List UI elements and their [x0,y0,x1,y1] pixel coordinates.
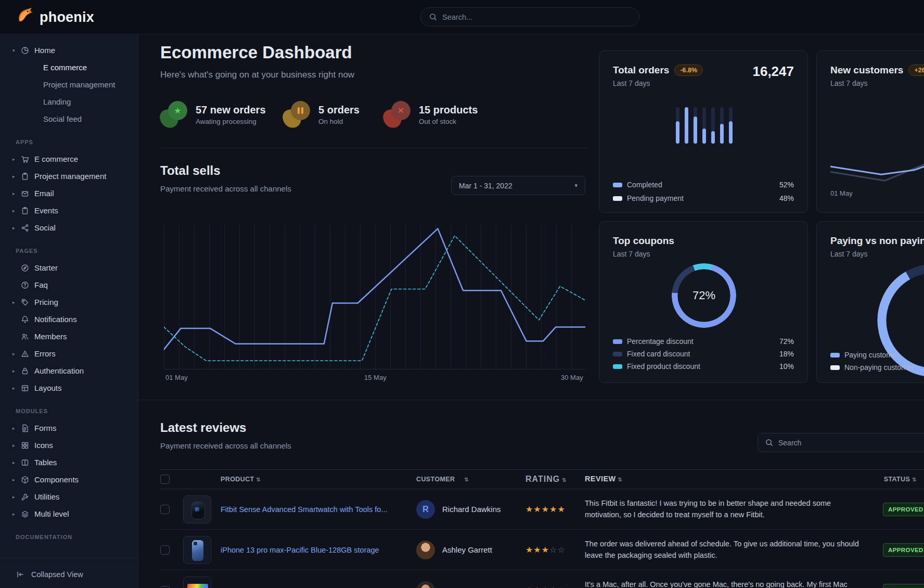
sidebar-item-email[interactable]: ▸ Email [0,185,138,202]
col-status[interactable]: STATUS⇅ [879,476,924,483]
col-review[interactable]: REVIEW⇅ [585,474,879,485]
legend-label: Paying customer [844,351,899,359]
stat-value: 15 products [419,104,478,116]
legend-label: Fixed product discount [627,362,700,370]
spark-x-label: 01 May [830,189,853,197]
sidebar-subitem-landing[interactable]: Landing [0,93,138,110]
legend-value: 48% [779,194,794,202]
total-sells-subtitle: Payment received across all channels [160,184,291,193]
sidebar-item-layouts[interactable]: ▸ Layouts [0,379,138,397]
sidebar-item-members[interactable]: Members [0,328,138,345]
navbar-search[interactable] [420,7,639,27]
sidebar-item-social[interactable]: ▸ Social [0,219,138,236]
sidebar-item-forms[interactable]: ▸ Forms [0,419,138,437]
sidebar-section-label: MODULES [16,408,138,416]
page-subtitle: Here's what's going on at your business … [160,70,354,80]
caret-icon: ▸ [12,225,21,231]
reviews-table: PRODUCT⇅CUSTOMER⇅RATING⇅REVIEW⇅STATUS⇅ F… [160,469,924,588]
card-title: New customers [830,65,903,76]
legend-value: 52% [779,181,794,189]
sidebar-item-icons[interactable]: ▸ Icons [0,437,138,454]
product-thumbnail[interactable] [183,577,211,588]
legend-value: 18% [779,350,794,358]
product-thumbnail[interactable] [183,536,211,564]
order-bar [676,107,679,144]
brand[interactable]: phoenix [16,7,94,28]
customer-cell[interactable] [416,581,525,588]
col-customer[interactable]: CUSTOMER⇅ [416,476,525,483]
order-bar [685,107,688,144]
date-range-value: Mar 1 - 31, 2022 [459,182,512,190]
stat-caption: Awating processing [196,118,266,125]
collapse-view-button[interactable]: Collapsed View [0,564,138,585]
status-badge: APPROVED ✓ [883,543,924,557]
customer-name: Richard Dawkins [442,505,501,514]
bell-icon [21,315,34,324]
sidebar-item-starter[interactable]: Starter [0,259,138,276]
sort-icon: ⇅ [465,477,469,482]
product-thumbnail[interactable] [183,495,211,523]
caret-icon: ▸ [12,351,21,356]
row-checkbox[interactable] [160,545,170,555]
card-title: Top coupons [613,235,674,247]
sidebar-item-e-commerce[interactable]: ▸ E commerce [0,150,138,168]
reviews-search[interactable] [758,433,924,452]
row-checkbox[interactable] [160,505,170,514]
sidebar-item-authentication[interactable]: ▸ Authentication [0,362,138,379]
customer-name: Ashley Garrett [442,545,492,554]
wrench-icon [21,493,34,501]
new-customers-sparkline [830,149,924,193]
legend-row: Completed 52% [613,181,794,189]
sidebar-item-home[interactable]: ▾ Home [0,42,138,59]
caret-icon: ▾ [12,48,21,53]
review-text: This Fitbit is fantastic! I was trying t… [585,498,879,521]
status-badge: APPROVED ✓ [883,584,924,588]
sidebar-item-utilities[interactable]: ▸ Utilities [0,488,138,505]
sidebar-item-errors[interactable]: ▸ Errors [0,345,138,362]
sidebar-item-notifications[interactable]: Notifications [0,311,138,328]
sidebar-item-multi-level[interactable]: ▸ Multi level [0,505,138,522]
sidebar-item-tables[interactable]: ▸ Tables [0,454,138,471]
sidebar-subitem-social-feed[interactable]: Social feed [0,110,138,127]
stat-value: 57 new orders [196,104,266,116]
sidebar-item-pricing[interactable]: ▸ Pricing [0,293,138,311]
navbar-search-input[interactable] [442,13,631,21]
row-checkbox[interactable] [160,586,170,588]
sidebar-item-components[interactable]: ▸ Components [0,471,138,488]
legend-row: Pending payment 48% [613,194,794,202]
sidebar-item-faq[interactable]: Faq [0,276,138,293]
sidebar-item-events[interactable]: ▸ Events [0,202,138,219]
col-product[interactable]: PRODUCT⇅ [221,476,416,483]
collapse-icon [16,570,25,579]
caret-icon: ▸ [12,512,21,517]
product-link[interactable]: iPhone 13 pro max-Pacific Blue-128GB sto… [221,546,379,554]
legend-label: Pending payment [627,194,684,202]
grid-icon [21,441,34,450]
order-bar [729,107,733,144]
col-rating[interactable]: RATING⇅ [525,475,585,484]
total-sells-title: Total sells [160,163,221,178]
legend-row: Fixed card discount 18% [613,350,794,358]
stat-caption: On hold [318,118,360,125]
page-title: Ecommerce Dashboard [160,43,352,62]
product-link[interactable]: Fitbit Sense Advanced Smartwatch with To… [221,505,388,514]
sidebar-subitem-e-commerce[interactable]: E commerce [0,59,138,76]
customer-cell[interactable]: R Richard Dawkins [416,500,525,519]
customer-cell[interactable]: Ashley Garrett [416,541,525,559]
legend-label: Non-paying customer [844,363,914,372]
card-period: Last 7 days [613,79,794,87]
section-divider [160,148,588,148]
caret-icon: ▸ [12,494,21,500]
box-icon [21,476,34,484]
caret-icon: ▸ [12,157,21,162]
caret-icon: ▸ [12,443,21,448]
caret-icon: ▸ [12,460,21,465]
reviews-search-input[interactable] [778,439,921,447]
sidebar-item-project-management[interactable]: ▸ Project management [0,168,138,185]
file-icon [21,424,34,432]
select-all-checkbox[interactable] [160,475,170,484]
sidebar-subitem-project-management[interactable]: Project management [0,76,138,93]
clipboard-icon [21,207,34,215]
date-range-select[interactable]: Mar 1 - 31, 2022 ▾ [451,176,585,195]
section-divider [138,400,924,400]
